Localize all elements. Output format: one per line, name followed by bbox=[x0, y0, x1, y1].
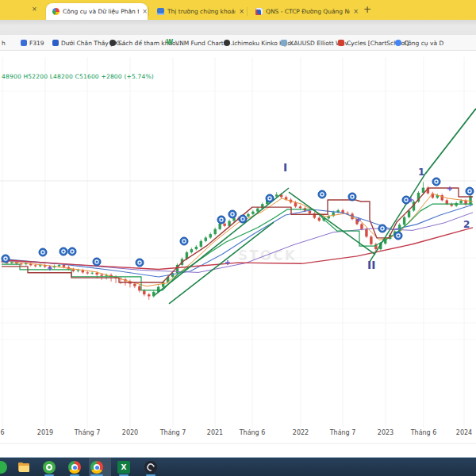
browser-tab-2[interactable]: QNS - CTCP Đường Quảng Ngã× bbox=[249, 3, 359, 20]
wave-label: 2 bbox=[463, 219, 470, 230]
candle-body bbox=[251, 212, 254, 214]
x-axis-label: 2021 bbox=[207, 429, 223, 436]
bookmark-label: F319 bbox=[29, 40, 44, 47]
cutoff-tab-close-icon[interactable]: × bbox=[32, 6, 37, 13]
x-axis-label: 2023 bbox=[378, 429, 393, 436]
signal-marker bbox=[432, 178, 440, 186]
x-axis-label: Tháng 7 bbox=[159, 429, 186, 436]
candle-body bbox=[365, 229, 367, 236]
candle-body bbox=[403, 217, 405, 225]
signal-marker bbox=[60, 248, 67, 255]
chrome-active-icon[interactable] bbox=[90, 461, 103, 474]
candle-body bbox=[100, 274, 102, 276]
chrome-icon[interactable] bbox=[68, 461, 81, 474]
x-axis-label: 2022 bbox=[293, 429, 309, 436]
signal-marker bbox=[239, 215, 247, 223]
candle-body bbox=[223, 224, 225, 226]
candle-body bbox=[34, 265, 36, 266]
candle-body bbox=[408, 210, 410, 217]
signal-marker bbox=[93, 258, 101, 266]
signal-marker bbox=[378, 225, 386, 232]
signal-marker bbox=[217, 216, 225, 224]
candle-body bbox=[200, 241, 202, 247]
signal-marker bbox=[348, 193, 356, 201]
line-ma_fast bbox=[2, 194, 473, 286]
candle-body bbox=[247, 214, 249, 217]
trendline bbox=[155, 188, 289, 295]
candle-body bbox=[190, 249, 193, 252]
watermark: STOCK bbox=[238, 248, 297, 263]
x-axis-label: Tháng 7 bbox=[74, 429, 101, 436]
bookmark-favicon bbox=[338, 40, 344, 46]
tab-close-icon[interactable]: × bbox=[353, 9, 359, 15]
candle-body bbox=[256, 209, 259, 212]
tab-separator bbox=[247, 7, 248, 16]
bookmark-item-0[interactable]: h bbox=[2, 38, 6, 48]
bookmark-item-8[interactable]: Công cụ và D bbox=[395, 38, 443, 48]
signal-marker bbox=[228, 210, 236, 218]
candle-body bbox=[209, 234, 212, 237]
candle-body bbox=[318, 218, 321, 221]
candle-body bbox=[138, 286, 140, 291]
new-tab-button[interactable]: + bbox=[363, 4, 371, 15]
bookmark-favicon bbox=[21, 40, 27, 46]
tab-close-icon[interactable]: × bbox=[239, 9, 244, 15]
x-axis-label: 2020 bbox=[122, 429, 138, 436]
bookmark-favicon bbox=[52, 40, 59, 46]
candle-body bbox=[20, 263, 22, 264]
bookmark-label: h bbox=[2, 40, 6, 47]
file-explorer-icon[interactable] bbox=[17, 461, 30, 474]
x-axis-label: 6 bbox=[0, 429, 4, 436]
candle-body bbox=[446, 200, 448, 204]
ohlc-readout: 48900 H52200 L48200 C51600 +2800 (+5.74%… bbox=[2, 73, 154, 80]
candle-body bbox=[39, 265, 41, 266]
candle-body bbox=[77, 271, 79, 271]
candle-body bbox=[58, 265, 60, 267]
bookmark-item-1[interactable]: F319 bbox=[21, 38, 44, 48]
tab-favicon bbox=[255, 8, 263, 15]
excel-icon[interactable]: X bbox=[117, 461, 130, 474]
price-chart[interactable]: STOCKIII1262019Tháng 72020Tháng 72021Thá… bbox=[0, 0, 476, 476]
bookmark-label: Công cụ và D bbox=[404, 40, 443, 47]
partial-app-icon[interactable] bbox=[0, 461, 7, 474]
candle-body bbox=[346, 213, 348, 213]
signal-marker bbox=[266, 194, 274, 202]
browser-tab-1[interactable]: Thị trường chứng khoán | Diễn× bbox=[151, 3, 244, 20]
bookmark-favicon bbox=[109, 40, 116, 46]
tab-close-icon[interactable]: × bbox=[142, 9, 148, 15]
bookmark-favicon: W bbox=[167, 40, 173, 46]
candle-body bbox=[63, 265, 65, 267]
candle-body bbox=[96, 273, 98, 274]
browser-tab-strip: × + Công cụ và Dữ liệu Phân tích V×Thị t… bbox=[0, 0, 476, 20]
candle-body bbox=[422, 188, 424, 193]
browser-toolbar[interactable] bbox=[0, 20, 476, 35]
desktop-screen: × + Công cụ và Dữ liệu Phân tích V×Thị t… bbox=[0, 0, 476, 476]
candle-body bbox=[205, 237, 207, 240]
candle-body bbox=[299, 206, 301, 208]
candle-body bbox=[72, 269, 75, 271]
candle-body bbox=[195, 247, 198, 249]
wave-label: II bbox=[367, 259, 375, 271]
tab-favicon bbox=[52, 8, 60, 15]
candle-body bbox=[152, 292, 155, 297]
swirl-app-icon[interactable] bbox=[144, 461, 157, 474]
x-axis-label: Tháng 6 bbox=[239, 429, 266, 436]
trendline bbox=[370, 174, 425, 262]
candle-body bbox=[309, 211, 311, 213]
browser-tab-0[interactable]: Công cụ và Dữ liệu Phân tích V× bbox=[46, 3, 148, 20]
line-ma_slow bbox=[2, 213, 473, 273]
candle-body bbox=[370, 236, 372, 244]
signal-marker bbox=[136, 259, 144, 267]
x-axis-label: Tháng 7 bbox=[329, 429, 356, 436]
tab-favicon bbox=[157, 8, 164, 15]
tab-separator bbox=[148, 7, 149, 16]
trendline bbox=[425, 109, 476, 174]
bookmark-favicon bbox=[281, 40, 287, 46]
signal-marker bbox=[180, 237, 188, 245]
bookmarks-bar: hF319Dưới Chân Thầy | Xì...Sách để tham … bbox=[0, 35, 476, 51]
candle-body bbox=[133, 284, 136, 286]
signal-marker bbox=[2, 255, 10, 263]
candle-body bbox=[86, 272, 89, 273]
coccoc-browser-icon[interactable] bbox=[43, 461, 56, 474]
candle-body bbox=[218, 224, 221, 229]
